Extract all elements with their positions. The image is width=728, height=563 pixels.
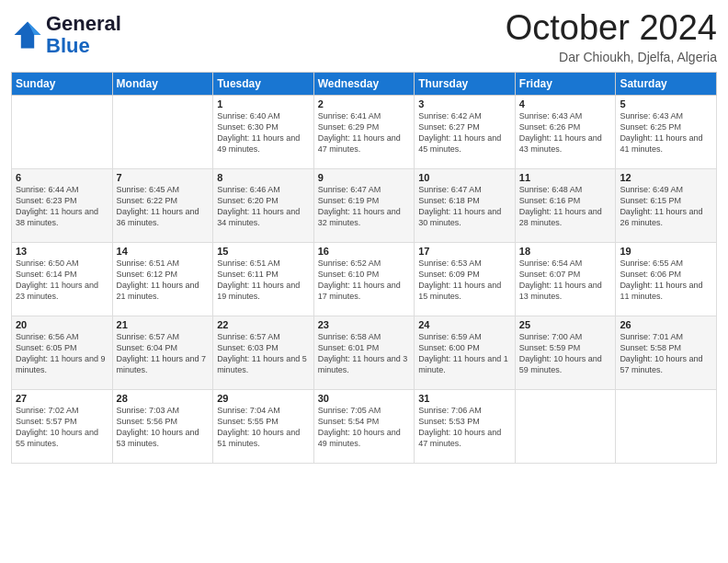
header-row: SundayMondayTuesdayWednesdayThursdayFrid… bbox=[12, 72, 717, 95]
day-number: 14 bbox=[117, 246, 210, 257]
header-cell-thursday: Thursday bbox=[415, 72, 516, 95]
calendar-cell: 12Sunrise: 6:49 AM Sunset: 6:15 PM Dayli… bbox=[616, 168, 717, 242]
calendar-cell: 25Sunrise: 7:00 AM Sunset: 5:59 PM Dayli… bbox=[515, 316, 616, 389]
cell-content: Sunrise: 6:51 AM Sunset: 6:12 PM Dayligh… bbox=[117, 258, 210, 303]
day-number: 1 bbox=[217, 98, 310, 109]
calendar-cell: 13Sunrise: 6:50 AM Sunset: 6:14 PM Dayli… bbox=[12, 242, 113, 316]
calendar-cell: 23Sunrise: 6:58 AM Sunset: 6:01 PM Dayli… bbox=[313, 316, 415, 389]
calendar-cell: 28Sunrise: 7:03 AM Sunset: 5:56 PM Dayli… bbox=[112, 389, 213, 463]
cell-content: Sunrise: 7:05 AM Sunset: 5:54 PM Dayligh… bbox=[318, 405, 411, 450]
header-cell-sunday: Sunday bbox=[12, 72, 113, 95]
logo-line1: General bbox=[46, 13, 121, 35]
cell-content: Sunrise: 6:44 AM Sunset: 6:23 PM Dayligh… bbox=[16, 184, 108, 229]
week-row-4: 20Sunrise: 6:56 AM Sunset: 6:05 PM Dayli… bbox=[12, 316, 717, 389]
calendar-cell: 30Sunrise: 7:05 AM Sunset: 5:54 PM Dayli… bbox=[313, 389, 415, 463]
month-title: October 2024 bbox=[506, 9, 717, 48]
header-cell-monday: Monday bbox=[112, 72, 213, 95]
cell-content: Sunrise: 6:58 AM Sunset: 6:01 PM Dayligh… bbox=[318, 331, 411, 376]
calendar-header: SundayMondayTuesdayWednesdayThursdayFrid… bbox=[12, 72, 717, 95]
day-number: 31 bbox=[418, 393, 511, 404]
calendar-cell: 16Sunrise: 6:52 AM Sunset: 6:10 PM Dayli… bbox=[313, 242, 415, 316]
logo-line2: Blue bbox=[46, 35, 121, 57]
calendar-cell: 3Sunrise: 6:42 AM Sunset: 6:27 PM Daylig… bbox=[415, 95, 516, 168]
calendar-cell: 24Sunrise: 6:59 AM Sunset: 6:00 PM Dayli… bbox=[415, 316, 516, 389]
day-number: 17 bbox=[418, 246, 511, 257]
logo-icon bbox=[11, 18, 44, 52]
day-number: 25 bbox=[519, 319, 612, 330]
cell-content: Sunrise: 6:55 AM Sunset: 6:06 PM Dayligh… bbox=[620, 258, 712, 303]
calendar-cell: 19Sunrise: 6:55 AM Sunset: 6:06 PM Dayli… bbox=[616, 242, 717, 316]
location: Dar Chioukh, Djelfa, Algeria bbox=[506, 50, 717, 64]
header-cell-friday: Friday bbox=[515, 72, 616, 95]
day-number: 26 bbox=[620, 319, 712, 330]
cell-content: Sunrise: 6:47 AM Sunset: 6:18 PM Dayligh… bbox=[418, 184, 511, 229]
day-number: 28 bbox=[117, 393, 210, 404]
week-row-2: 6Sunrise: 6:44 AM Sunset: 6:23 PM Daylig… bbox=[12, 168, 717, 242]
day-number: 7 bbox=[117, 172, 210, 183]
day-number: 3 bbox=[418, 98, 511, 109]
header: General Blue October 2024 Dar Chioukh, D… bbox=[11, 9, 717, 64]
header-cell-tuesday: Tuesday bbox=[213, 72, 314, 95]
day-number: 22 bbox=[217, 319, 310, 330]
cell-content: Sunrise: 6:45 AM Sunset: 6:22 PM Dayligh… bbox=[117, 184, 210, 229]
cell-content: Sunrise: 6:51 AM Sunset: 6:11 PM Dayligh… bbox=[217, 258, 310, 303]
calendar-cell: 15Sunrise: 6:51 AM Sunset: 6:11 PM Dayli… bbox=[213, 242, 314, 316]
cell-content: Sunrise: 6:40 AM Sunset: 6:30 PM Dayligh… bbox=[217, 110, 310, 155]
cell-content: Sunrise: 6:47 AM Sunset: 6:19 PM Dayligh… bbox=[318, 184, 411, 229]
calendar-cell: 4Sunrise: 6:43 AM Sunset: 6:26 PM Daylig… bbox=[515, 95, 616, 168]
calendar-body: 1Sunrise: 6:40 AM Sunset: 6:30 PM Daylig… bbox=[12, 95, 717, 463]
day-number: 24 bbox=[418, 319, 511, 330]
cell-content: Sunrise: 7:06 AM Sunset: 5:53 PM Dayligh… bbox=[418, 405, 511, 450]
calendar-cell bbox=[112, 95, 213, 168]
day-number: 23 bbox=[318, 319, 411, 330]
calendar-cell: 14Sunrise: 6:51 AM Sunset: 6:12 PM Dayli… bbox=[112, 242, 213, 316]
cell-content: Sunrise: 6:46 AM Sunset: 6:20 PM Dayligh… bbox=[217, 184, 310, 229]
cell-content: Sunrise: 6:49 AM Sunset: 6:15 PM Dayligh… bbox=[620, 184, 712, 229]
day-number: 30 bbox=[318, 393, 411, 404]
cell-content: Sunrise: 6:59 AM Sunset: 6:00 PM Dayligh… bbox=[418, 331, 511, 376]
cell-content: Sunrise: 6:42 AM Sunset: 6:27 PM Dayligh… bbox=[418, 110, 511, 155]
day-number: 16 bbox=[318, 246, 411, 257]
cell-content: Sunrise: 7:04 AM Sunset: 5:55 PM Dayligh… bbox=[217, 405, 310, 450]
calendar-cell: 10Sunrise: 6:47 AM Sunset: 6:18 PM Dayli… bbox=[415, 168, 516, 242]
day-number: 13 bbox=[16, 246, 108, 257]
calendar-table: SundayMondayTuesdayWednesdayThursdayFrid… bbox=[11, 72, 717, 464]
cell-content: Sunrise: 6:50 AM Sunset: 6:14 PM Dayligh… bbox=[16, 258, 108, 303]
calendar-cell: 8Sunrise: 6:46 AM Sunset: 6:20 PM Daylig… bbox=[213, 168, 314, 242]
calendar-cell: 17Sunrise: 6:53 AM Sunset: 6:09 PM Dayli… bbox=[415, 242, 516, 316]
calendar-cell: 6Sunrise: 6:44 AM Sunset: 6:23 PM Daylig… bbox=[12, 168, 113, 242]
cell-content: Sunrise: 7:01 AM Sunset: 5:58 PM Dayligh… bbox=[620, 331, 712, 376]
cell-content: Sunrise: 7:00 AM Sunset: 5:59 PM Dayligh… bbox=[519, 331, 612, 376]
calendar-cell: 20Sunrise: 6:56 AM Sunset: 6:05 PM Dayli… bbox=[12, 316, 113, 389]
header-cell-wednesday: Wednesday bbox=[313, 72, 415, 95]
day-number: 4 bbox=[519, 98, 612, 109]
day-number: 2 bbox=[318, 98, 411, 109]
cell-content: Sunrise: 6:48 AM Sunset: 6:16 PM Dayligh… bbox=[519, 184, 612, 229]
cell-content: Sunrise: 7:02 AM Sunset: 5:57 PM Dayligh… bbox=[16, 405, 108, 450]
day-number: 11 bbox=[519, 172, 612, 183]
calendar-cell: 22Sunrise: 6:57 AM Sunset: 6:03 PM Dayli… bbox=[213, 316, 314, 389]
day-number: 29 bbox=[217, 393, 310, 404]
cell-content: Sunrise: 6:53 AM Sunset: 6:09 PM Dayligh… bbox=[418, 258, 511, 303]
day-number: 15 bbox=[217, 246, 310, 257]
day-number: 8 bbox=[217, 172, 310, 183]
cell-content: Sunrise: 6:57 AM Sunset: 6:03 PM Dayligh… bbox=[217, 331, 310, 376]
cell-content: Sunrise: 6:43 AM Sunset: 6:25 PM Dayligh… bbox=[620, 110, 712, 155]
header-cell-saturday: Saturday bbox=[616, 72, 717, 95]
logo-text: General Blue bbox=[46, 13, 121, 57]
calendar-cell: 18Sunrise: 6:54 AM Sunset: 6:07 PM Dayli… bbox=[515, 242, 616, 316]
calendar-cell: 27Sunrise: 7:02 AM Sunset: 5:57 PM Dayli… bbox=[12, 389, 113, 463]
day-number: 20 bbox=[16, 319, 108, 330]
page-container: General Blue October 2024 Dar Chioukh, D… bbox=[0, 0, 728, 473]
week-row-5: 27Sunrise: 7:02 AM Sunset: 5:57 PM Dayli… bbox=[12, 389, 717, 463]
cell-content: Sunrise: 6:57 AM Sunset: 6:04 PM Dayligh… bbox=[117, 331, 210, 376]
day-number: 18 bbox=[519, 246, 612, 257]
calendar-cell bbox=[616, 389, 717, 463]
calendar-cell: 11Sunrise: 6:48 AM Sunset: 6:16 PM Dayli… bbox=[515, 168, 616, 242]
cell-content: Sunrise: 6:41 AM Sunset: 6:29 PM Dayligh… bbox=[318, 110, 411, 155]
day-number: 21 bbox=[117, 319, 210, 330]
day-number: 9 bbox=[318, 172, 411, 183]
day-number: 12 bbox=[620, 172, 712, 183]
day-number: 6 bbox=[16, 172, 108, 183]
calendar-cell: 5Sunrise: 6:43 AM Sunset: 6:25 PM Daylig… bbox=[616, 95, 717, 168]
